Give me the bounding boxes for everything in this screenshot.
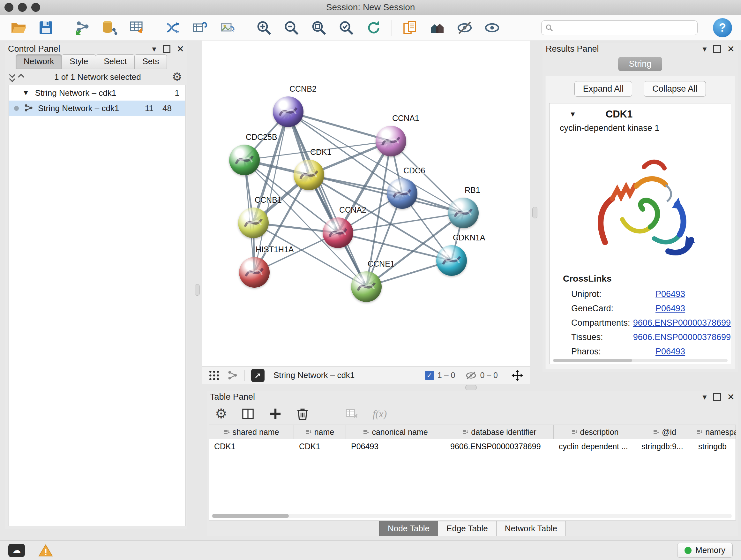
search-input[interactable]	[541, 20, 697, 35]
tree-expand-icon[interactable]: ▼	[22, 89, 29, 97]
panel-menu-icon[interactable]: ▾	[152, 44, 156, 54]
network-node-ccnb2[interactable]	[273, 97, 304, 127]
tab-sets[interactable]: Sets	[134, 54, 167, 69]
panel-close-icon[interactable]: ✕	[727, 392, 735, 402]
crosslink-value[interactable]: P06493	[656, 304, 685, 314]
network-node-ccna2[interactable]	[323, 217, 353, 248]
results-hscrollbar[interactable]	[553, 359, 728, 362]
network-options-gear-icon[interactable]: ⚙	[172, 71, 182, 83]
table-hscrollbar[interactable]	[212, 514, 732, 518]
crosslink-value[interactable]: P06493	[656, 347, 685, 357]
panel-float-icon[interactable]	[713, 45, 721, 53]
network-node-hist1h1a[interactable]	[239, 257, 270, 288]
scrollbar-thumb[interactable]	[212, 514, 289, 518]
import-network-database-icon[interactable]	[100, 18, 119, 37]
column-header-label: namespac	[705, 428, 736, 437]
network-node-ccne1[interactable]	[351, 271, 382, 302]
network-from-table-icon[interactable]	[191, 18, 210, 37]
table-cell[interactable]: stringdb:9...	[636, 439, 693, 453]
tab-select[interactable]: Select	[96, 54, 135, 69]
panel-menu-icon[interactable]: ▾	[702, 392, 706, 402]
export-image-icon[interactable]	[218, 18, 238, 37]
splitter-handle[interactable]	[465, 385, 477, 390]
network-node-rb1[interactable]	[448, 198, 479, 228]
expand-all-icon[interactable]	[19, 73, 23, 81]
show-columns-icon[interactable]	[241, 407, 255, 421]
selected-items-icon[interactable]: ✓	[425, 371, 434, 380]
delete-column-icon[interactable]	[296, 407, 309, 421]
tab-string[interactable]: String	[618, 57, 663, 71]
grid-view-icon[interactable]	[208, 369, 220, 381]
zoom-selected-icon[interactable]	[337, 18, 356, 37]
panel-float-icon[interactable]	[713, 393, 721, 401]
cloud-icon[interactable]: ☁	[8, 544, 25, 557]
zoom-fit-icon[interactable]	[309, 18, 328, 37]
column-header-name[interactable]: name	[294, 425, 346, 439]
column-header-shared-name[interactable]: shared name	[209, 425, 294, 439]
panel-close-icon[interactable]: ✕	[177, 44, 184, 54]
hidden-items-icon[interactable]	[465, 370, 477, 381]
network-row-selected[interactable]: String Network – cdk1 11 48	[9, 101, 185, 116]
table-settings-gear-icon[interactable]: ⚙	[215, 407, 227, 421]
crosslink-value[interactable]: P06493	[656, 289, 685, 299]
network-collection-row[interactable]: ▼ String Network – cdk1 1	[9, 85, 185, 101]
panel-menu-icon[interactable]: ▾	[702, 44, 706, 54]
crosslink-value[interactable]: 9606.ENSP00000378699	[633, 332, 731, 342]
refresh-icon[interactable]	[364, 18, 383, 37]
table-cell[interactable]: cyclin-dependent ...	[554, 439, 636, 453]
warning-icon[interactable]	[38, 544, 53, 557]
add-column-icon[interactable]	[269, 407, 282, 421]
table-row[interactable]: CDK1CDK1P064939606.ENSP00000378699cyclin…	[209, 439, 736, 453]
column-header-description[interactable]: description	[554, 425, 636, 439]
section-collapse-icon[interactable]: ▼	[569, 110, 576, 118]
shuffle-network-icon[interactable]	[163, 18, 183, 37]
import-network-file-icon[interactable]	[72, 18, 91, 37]
collapse-all-icon[interactable]	[10, 73, 14, 81]
panel-close-icon[interactable]: ✕	[727, 44, 735, 54]
annotation-mode-icon[interactable]	[251, 369, 265, 382]
panel-float-icon[interactable]	[163, 45, 171, 53]
tab-node-table[interactable]: Node Table	[379, 521, 438, 536]
column-header-canonical-name[interactable]: canonical name	[346, 425, 445, 439]
splitter-handle[interactable]	[195, 284, 200, 296]
tab-network[interactable]: Network	[16, 54, 62, 69]
scrollbar-thumb[interactable]	[553, 359, 632, 362]
crosslink-value[interactable]: 9606.ENSP00000378699	[633, 318, 731, 328]
network-canvas[interactable]: CCNB2CCNA1CDC25BCDK1CDC6RB1CCNB1CCNA2CDK…	[202, 41, 530, 366]
first-neighbors-icon[interactable]	[428, 18, 447, 37]
network-node-cdkn1a[interactable]	[436, 245, 467, 276]
table-cell[interactable]: P06493	[346, 439, 445, 453]
import-table-icon[interactable]	[127, 18, 146, 37]
splitter-handle[interactable]	[532, 207, 537, 219]
open-session-icon[interactable]	[9, 18, 28, 37]
network-edge[interactable]	[309, 175, 463, 213]
fit-content-icon[interactable]	[511, 369, 524, 382]
table-cell[interactable]: CDK1	[294, 439, 346, 453]
network-node-cdc6[interactable]	[387, 178, 417, 209]
network-node-cdk1[interactable]	[293, 160, 324, 190]
tab-network-table[interactable]: Network Table	[496, 521, 566, 536]
table-cell[interactable]: CDK1	[209, 439, 294, 453]
zoom-in-icon[interactable]	[254, 18, 273, 37]
table-cell[interactable]: 9606.ENSP00000378699	[445, 439, 554, 453]
save-session-icon[interactable]	[37, 18, 56, 37]
hide-selected-icon[interactable]	[455, 18, 474, 37]
network-node-ccna1[interactable]	[376, 126, 406, 157]
memory-button[interactable]: Memory	[677, 543, 733, 558]
help-icon[interactable]: ?	[713, 18, 732, 37]
column-header-namespac[interactable]: namespac	[693, 425, 736, 439]
column-header--id[interactable]: @id	[636, 425, 693, 439]
expand-all-button[interactable]: Expand All	[575, 81, 632, 97]
duplicate-document-icon[interactable]	[400, 18, 419, 37]
tab-edge-table[interactable]: Edge Table	[438, 521, 496, 536]
network-node-cdc25b[interactable]	[229, 145, 260, 175]
network-overview-icon[interactable]	[226, 370, 238, 381]
tab-style[interactable]: Style	[62, 54, 96, 69]
zoom-out-icon[interactable]	[282, 18, 301, 37]
network-edge[interactable]	[288, 112, 366, 287]
collapse-all-button[interactable]: Collapse All	[644, 81, 706, 97]
table-cell[interactable]: stringdb	[693, 439, 736, 453]
show-all-icon[interactable]	[482, 18, 502, 37]
network-node-ccnb1[interactable]	[238, 207, 269, 238]
column-header-database-identifier[interactable]: database identifier	[445, 425, 554, 439]
